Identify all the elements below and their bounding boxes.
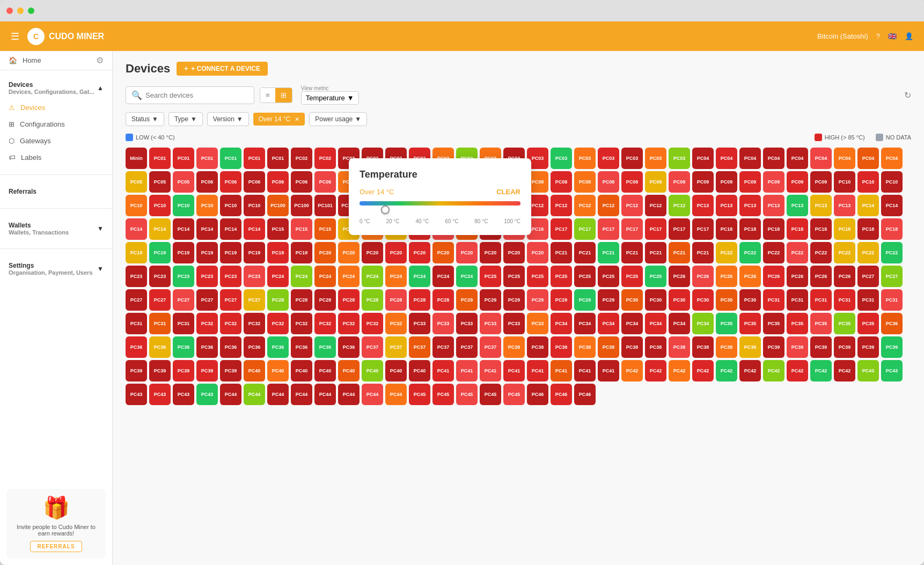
maximize-button[interactable] xyxy=(28,8,34,14)
device-cell[interactable]: PC21 xyxy=(692,242,714,263)
device-cell[interactable]: PC42 xyxy=(692,360,714,381)
device-cell[interactable]: PC22 xyxy=(716,242,737,263)
device-cell[interactable]: PC27 xyxy=(173,289,194,311)
device-cell[interactable]: PC39 xyxy=(196,360,218,381)
device-cell[interactable]: PC41 xyxy=(551,360,572,381)
device-cell[interactable]: PC10 xyxy=(857,171,879,193)
device-cell[interactable]: PC10 xyxy=(196,195,218,216)
device-cell[interactable]: PC14 xyxy=(881,195,903,216)
referral-button[interactable]: REFERRALS xyxy=(30,541,82,552)
device-cell[interactable]: PC18 xyxy=(881,218,903,240)
device-cell[interactable]: PC04 xyxy=(716,148,737,169)
device-cell[interactable]: PC44 xyxy=(338,384,360,405)
device-cell[interactable]: PC36 xyxy=(173,336,194,358)
sidebar-item-home[interactable]: 🏠 Home xyxy=(9,56,41,64)
device-cell[interactable]: PC36 xyxy=(338,336,360,358)
device-cell[interactable]: PC44 xyxy=(362,384,383,405)
device-cell[interactable]: PC22 xyxy=(810,242,832,263)
device-cell[interactable]: PC32 xyxy=(338,313,360,334)
device-cell[interactable]: PC15 xyxy=(267,218,289,240)
metric-dropdown[interactable]: Temperature ▼ xyxy=(301,91,359,105)
active-temp-filter[interactable]: Over 14 °C ✕ xyxy=(253,113,305,126)
sidebar-item-devices[interactable]: ⚠ Devices xyxy=(0,99,112,116)
device-cell[interactable]: PC08 xyxy=(551,171,572,193)
device-cell[interactable]: PC06 xyxy=(220,171,241,193)
device-cell[interactable]: PC18 xyxy=(763,218,784,240)
device-cell[interactable]: PC12 xyxy=(645,195,666,216)
device-cell[interactable]: PC05 xyxy=(126,171,147,193)
device-cell[interactable]: PC13 xyxy=(716,195,737,216)
device-cell[interactable]: PC37 xyxy=(409,336,430,358)
device-cell[interactable]: PC41 xyxy=(480,360,501,381)
device-cell[interactable]: PC04 xyxy=(692,148,714,169)
device-cell[interactable]: PC39 xyxy=(763,336,784,358)
settings-icon[interactable]: ⚙ xyxy=(96,55,104,65)
device-cell[interactable]: PC02 xyxy=(314,148,336,169)
device-cell[interactable]: PC34 xyxy=(598,313,619,334)
device-cell[interactable]: PC33 xyxy=(409,313,430,334)
device-cell[interactable]: PC27 xyxy=(881,266,903,287)
device-cell[interactable]: PC09 xyxy=(716,171,737,193)
device-cell[interactable]: PC29 xyxy=(551,289,572,311)
device-cell[interactable]: PC06 xyxy=(267,171,289,193)
device-cell[interactable]: PC25 xyxy=(645,266,666,287)
device-cell[interactable]: PC29 xyxy=(598,289,619,311)
device-cell[interactable]: PC17 xyxy=(598,218,619,240)
device-cell[interactable]: PC19 xyxy=(291,242,312,263)
device-cell[interactable]: PC45 xyxy=(456,384,478,405)
device-cell[interactable]: PC23 xyxy=(196,266,218,287)
device-cell[interactable]: PC20 xyxy=(432,242,454,263)
device-cell[interactable]: PC44 xyxy=(314,384,336,405)
device-cell[interactable]: PC39 xyxy=(220,360,241,381)
device-cell[interactable]: PC28 xyxy=(314,289,336,311)
device-cell[interactable]: PC34 xyxy=(551,313,572,334)
device-cell[interactable]: PC20 xyxy=(338,242,360,263)
device-cell[interactable]: PC22 xyxy=(763,242,784,263)
device-cell[interactable]: PC33 xyxy=(480,313,501,334)
device-cell[interactable]: PC40 xyxy=(362,360,383,381)
device-cell[interactable]: PC10 xyxy=(834,171,855,193)
device-cell[interactable]: PC09 xyxy=(669,171,690,193)
device-cell[interactable]: PC30 xyxy=(739,289,761,311)
device-cell[interactable]: PC03 xyxy=(645,148,666,169)
device-cell[interactable]: PC32 xyxy=(220,313,241,334)
device-cell[interactable]: PC46 xyxy=(551,384,572,405)
device-cell[interactable]: PC15 xyxy=(314,218,336,240)
device-cell[interactable]: PC10 xyxy=(173,195,194,216)
device-cell[interactable]: PC27 xyxy=(857,266,879,287)
device-cell[interactable]: PC23 xyxy=(126,266,147,287)
type-filter[interactable]: Type ▼ xyxy=(168,112,203,126)
device-cell[interactable]: PC41 xyxy=(527,360,548,381)
device-cell[interactable]: PC32 xyxy=(196,313,218,334)
device-cell[interactable]: PC24 xyxy=(432,266,454,287)
device-cell[interactable]: PC25 xyxy=(574,266,596,287)
device-cell[interactable]: PC24 xyxy=(409,266,430,287)
device-cell[interactable]: PC21 xyxy=(574,242,596,263)
device-cell[interactable]: PC01 xyxy=(244,148,265,169)
device-cell[interactable]: PC26 xyxy=(763,266,784,287)
device-cell[interactable]: PC20 xyxy=(362,242,383,263)
device-cell[interactable]: PC43 xyxy=(126,384,147,405)
device-cell[interactable]: PC19 xyxy=(173,242,194,263)
close-button[interactable] xyxy=(6,8,13,14)
device-cell[interactable]: PC42 xyxy=(810,360,832,381)
wallets-group-header[interactable]: Wallets Wallets, Transactions ▼ xyxy=(0,217,112,240)
device-cell[interactable]: PC25 xyxy=(621,266,643,287)
device-cell[interactable]: PC30 xyxy=(692,289,714,311)
device-cell[interactable]: PC35 xyxy=(787,313,808,334)
device-cell[interactable]: PC23 xyxy=(173,266,194,287)
device-cell[interactable]: PC30 xyxy=(669,289,690,311)
device-cell[interactable]: PC38 xyxy=(527,336,548,358)
version-filter[interactable]: Version ▼ xyxy=(207,112,249,126)
settings-group-header[interactable]: Settings Organisation, Payment, Users ▼ xyxy=(0,258,112,280)
device-cell[interactable]: PC03 xyxy=(551,148,572,169)
device-cell[interactable]: PC36 xyxy=(244,336,265,358)
device-cell[interactable]: PC20 xyxy=(409,242,430,263)
device-cell[interactable]: PC31 xyxy=(173,313,194,334)
device-cell[interactable]: PC31 xyxy=(834,289,855,311)
device-cell[interactable]: PC04 xyxy=(857,148,879,169)
device-cell[interactable]: PC26 xyxy=(669,266,690,287)
device-cell[interactable]: PC18 xyxy=(810,218,832,240)
device-cell[interactable]: PC37 xyxy=(456,336,478,358)
device-cell[interactable]: PC40 xyxy=(385,360,407,381)
